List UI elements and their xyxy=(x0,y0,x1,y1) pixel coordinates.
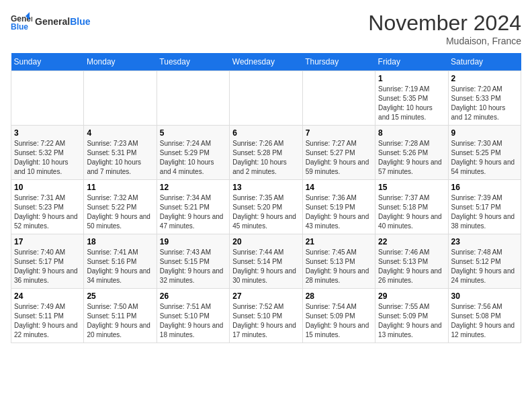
day-number: 21 xyxy=(306,237,372,246)
day-number: 9 xyxy=(451,128,518,138)
table-cell: 5Sunrise: 7:24 AMSunset: 5:29 PMDaylight… xyxy=(157,126,229,180)
day-number: 1 xyxy=(378,74,445,83)
day-number: 23 xyxy=(451,237,518,246)
day-info: Sunrise: 7:28 AMSunset: 5:26 PMDaylight:… xyxy=(378,139,445,177)
table-cell xyxy=(230,71,302,126)
day-number: 3 xyxy=(14,128,81,138)
logo-icon: General Blue xyxy=(11,11,32,32)
day-info: Sunrise: 7:55 AMSunset: 5:09 PMDaylight:… xyxy=(378,302,445,340)
day-info: Sunrise: 7:41 AMSunset: 5:16 PMDaylight:… xyxy=(87,248,153,285)
week-row-5: 24Sunrise: 7:49 AMSunset: 5:11 PMDayligh… xyxy=(11,289,521,343)
day-info: Sunrise: 7:39 AMSunset: 5:17 PMDaylight:… xyxy=(451,193,518,231)
day-info: Sunrise: 7:27 AMSunset: 5:27 PMDaylight:… xyxy=(306,139,372,177)
svg-text:Blue: Blue xyxy=(11,22,28,32)
day-number: 19 xyxy=(160,237,226,246)
week-row-3: 10Sunrise: 7:31 AMSunset: 5:23 PMDayligh… xyxy=(11,180,521,234)
day-number: 6 xyxy=(232,128,299,138)
day-number: 24 xyxy=(14,291,81,301)
day-number: 13 xyxy=(232,183,299,192)
table-cell: 29Sunrise: 7:55 AMSunset: 5:09 PMDayligh… xyxy=(375,289,448,343)
table-cell: 23Sunrise: 7:48 AMSunset: 5:12 PMDayligh… xyxy=(448,234,521,289)
day-number: 17 xyxy=(14,237,81,246)
day-number: 7 xyxy=(306,128,372,138)
day-info: Sunrise: 7:20 AMSunset: 5:33 PMDaylight:… xyxy=(451,85,518,122)
table-cell: 19Sunrise: 7:43 AMSunset: 5:15 PMDayligh… xyxy=(157,234,229,289)
day-info: Sunrise: 7:24 AMSunset: 5:29 PMDaylight:… xyxy=(160,139,226,177)
day-info: Sunrise: 7:56 AMSunset: 5:08 PMDaylight:… xyxy=(451,302,518,340)
day-number: 25 xyxy=(87,291,153,301)
table-cell: 13Sunrise: 7:35 AMSunset: 5:20 PMDayligh… xyxy=(230,180,302,234)
table-cell xyxy=(11,71,84,126)
day-info: Sunrise: 7:48 AMSunset: 5:12 PMDaylight:… xyxy=(451,248,518,285)
table-cell: 28Sunrise: 7:54 AMSunset: 5:09 PMDayligh… xyxy=(302,289,375,343)
table-cell: 26Sunrise: 7:51 AMSunset: 5:10 PMDayligh… xyxy=(157,289,229,343)
day-number: 8 xyxy=(378,128,445,138)
table-cell: 16Sunrise: 7:39 AMSunset: 5:17 PMDayligh… xyxy=(448,180,521,234)
day-number: 12 xyxy=(160,183,226,192)
table-cell: 18Sunrise: 7:41 AMSunset: 5:16 PMDayligh… xyxy=(84,234,157,289)
day-info: Sunrise: 7:43 AMSunset: 5:15 PMDaylight:… xyxy=(160,248,226,285)
day-info: Sunrise: 7:49 AMSunset: 5:11 PMDaylight:… xyxy=(14,302,81,340)
day-info: Sunrise: 7:30 AMSunset: 5:25 PMDaylight:… xyxy=(451,139,518,177)
table-cell: 3Sunrise: 7:22 AMSunset: 5:32 PMDaylight… xyxy=(11,126,84,180)
day-number: 10 xyxy=(14,183,81,192)
logo-general-text: General xyxy=(35,16,70,27)
day-number: 22 xyxy=(378,237,445,246)
header-thursday: Thursday xyxy=(302,53,375,71)
day-number: 5 xyxy=(160,128,226,138)
day-number: 18 xyxy=(87,237,153,246)
day-number: 14 xyxy=(306,183,372,192)
day-info: Sunrise: 7:44 AMSunset: 5:14 PMDaylight:… xyxy=(232,248,299,285)
day-info: Sunrise: 7:34 AMSunset: 5:21 PMDaylight:… xyxy=(160,193,226,231)
header-monday: Monday xyxy=(84,53,157,71)
table-cell: 22Sunrise: 7:46 AMSunset: 5:13 PMDayligh… xyxy=(375,234,448,289)
table-cell: 20Sunrise: 7:44 AMSunset: 5:14 PMDayligh… xyxy=(230,234,302,289)
day-number: 27 xyxy=(232,291,299,301)
day-number: 20 xyxy=(232,237,299,246)
table-cell: 10Sunrise: 7:31 AMSunset: 5:23 PMDayligh… xyxy=(11,180,84,234)
day-info: Sunrise: 7:32 AMSunset: 5:22 PMDaylight:… xyxy=(87,193,153,231)
day-info: Sunrise: 7:54 AMSunset: 5:09 PMDaylight:… xyxy=(306,302,372,340)
header-tuesday: Tuesday xyxy=(157,53,229,71)
location: Mudaison, France xyxy=(368,36,521,46)
day-info: Sunrise: 7:45 AMSunset: 5:13 PMDaylight:… xyxy=(306,248,372,285)
table-cell: 9Sunrise: 7:30 AMSunset: 5:25 PMDaylight… xyxy=(448,126,521,180)
day-number: 28 xyxy=(306,291,372,301)
page-header: General Blue GeneralBlue November 2024 M… xyxy=(11,11,521,46)
table-cell: 7Sunrise: 7:27 AMSunset: 5:27 PMDaylight… xyxy=(302,126,375,180)
calendar-table: Sunday Monday Tuesday Wednesday Thursday… xyxy=(11,53,521,343)
header-wednesday: Wednesday xyxy=(230,53,302,71)
table-cell xyxy=(84,71,157,126)
table-cell: 17Sunrise: 7:40 AMSunset: 5:17 PMDayligh… xyxy=(11,234,84,289)
day-number: 30 xyxy=(451,291,518,301)
table-cell: 1Sunrise: 7:19 AMSunset: 5:35 PMDaylight… xyxy=(375,71,448,126)
table-cell: 12Sunrise: 7:34 AMSunset: 5:21 PMDayligh… xyxy=(157,180,229,234)
table-cell: 21Sunrise: 7:45 AMSunset: 5:13 PMDayligh… xyxy=(302,234,375,289)
day-number: 16 xyxy=(451,183,518,192)
day-number: 11 xyxy=(87,183,153,192)
table-cell: 8Sunrise: 7:28 AMSunset: 5:26 PMDaylight… xyxy=(375,126,448,180)
day-info: Sunrise: 7:26 AMSunset: 5:28 PMDaylight:… xyxy=(232,139,299,177)
day-info: Sunrise: 7:35 AMSunset: 5:20 PMDaylight:… xyxy=(232,193,299,231)
day-info: Sunrise: 7:22 AMSunset: 5:32 PMDaylight:… xyxy=(14,139,81,177)
table-cell: 14Sunrise: 7:36 AMSunset: 5:19 PMDayligh… xyxy=(302,180,375,234)
week-row-1: 1Sunrise: 7:19 AMSunset: 5:35 PMDaylight… xyxy=(11,71,521,126)
day-info: Sunrise: 7:46 AMSunset: 5:13 PMDaylight:… xyxy=(378,248,445,285)
day-info: Sunrise: 7:52 AMSunset: 5:10 PMDaylight:… xyxy=(232,302,299,340)
week-row-2: 3Sunrise: 7:22 AMSunset: 5:32 PMDaylight… xyxy=(11,126,521,180)
calendar-header-row: Sunday Monday Tuesday Wednesday Thursday… xyxy=(11,53,521,71)
table-cell: 11Sunrise: 7:32 AMSunset: 5:22 PMDayligh… xyxy=(84,180,157,234)
day-number: 26 xyxy=(160,291,226,301)
table-cell: 2Sunrise: 7:20 AMSunset: 5:33 PMDaylight… xyxy=(448,71,521,126)
table-cell: 30Sunrise: 7:56 AMSunset: 5:08 PMDayligh… xyxy=(448,289,521,343)
day-info: Sunrise: 7:19 AMSunset: 5:35 PMDaylight:… xyxy=(378,85,445,122)
month-title: November 2024 xyxy=(368,11,521,36)
day-info: Sunrise: 7:36 AMSunset: 5:19 PMDaylight:… xyxy=(306,193,372,231)
day-info: Sunrise: 7:40 AMSunset: 5:17 PMDaylight:… xyxy=(14,248,81,285)
header-saturday: Saturday xyxy=(448,53,521,71)
table-cell xyxy=(302,71,375,126)
header-sunday: Sunday xyxy=(11,53,84,71)
title-section: November 2024 Mudaison, France xyxy=(368,11,521,46)
week-row-4: 17Sunrise: 7:40 AMSunset: 5:17 PMDayligh… xyxy=(11,234,521,289)
day-number: 4 xyxy=(87,128,153,138)
